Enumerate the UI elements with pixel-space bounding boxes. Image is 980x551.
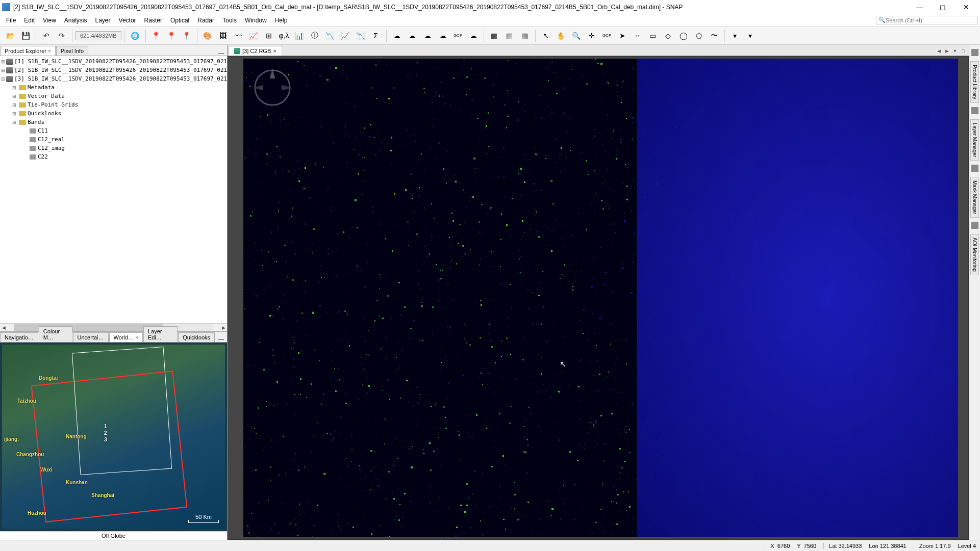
monitoring-icon[interactable] [971,222,978,229]
cloud4-icon[interactable]: ☁ [436,29,450,43]
expand-icon[interactable]: ⊞ [11,102,17,108]
menu-window[interactable]: Window [241,15,271,25]
maximize-icon[interactable]: □ [960,48,967,56]
scroll-right-icon[interactable]: ▶ [220,325,227,330]
ellipse-icon[interactable]: ◯ [676,29,691,43]
tree-band-c22[interactable]: C22 [1,152,226,161]
pan-icon[interactable]: ✋ [554,29,568,43]
polygon-icon[interactable]: ⬠ [692,29,706,43]
next-icon[interactable]: ▶ [943,48,950,56]
tree-product-2[interactable]: ⊞ [2] S1B_IW_SLC__1SDV_20190822T095426_2… [1,66,226,74]
pin-icon[interactable]: 📍 [149,29,163,43]
expand-icon[interactable]: ⊞ [11,111,17,116]
pointer-icon[interactable]: ↖ [539,29,553,43]
tab-quicklooks[interactable]: Quicklooks [178,332,215,342]
cloud1-icon[interactable]: ☁ [390,29,404,43]
tree-vector-data[interactable]: ⊞ Vector Data [1,92,226,100]
tree-band-c12-real[interactable]: C12_real [1,135,226,144]
world-view[interactable]: Dongtai Taizhou ijiang, Changzhou Wuxi N… [0,343,227,531]
close-icon[interactable]: × [273,48,276,54]
tree-tie-point[interactable]: ⊞ Tie-Point Grids [1,100,226,109]
pin2-icon[interactable]: 📍 [164,29,179,43]
menu-file[interactable]: File [2,15,20,25]
minimize-button[interactable]: — [908,0,931,14]
tree-band-c12-imag[interactable]: C12_imag [1,144,226,152]
tree-product-1[interactable]: ⊞ [1] S1B_IW_SLC__1SDV_20190822T095426_2… [1,57,226,66]
grid1-icon[interactable]: ▦ [487,29,501,43]
tab-layer-editing[interactable]: Layer Edi… [143,326,178,342]
polyline-icon[interactable]: 〜 [707,29,721,43]
tab-navigation[interactable]: Navigatio… [0,332,38,342]
image-view[interactable]: ↖ [228,56,969,540]
mask-icon[interactable] [971,165,978,172]
menu-raster[interactable]: Raster [140,15,166,25]
expand-icon[interactable]: ⊞ [11,85,17,90]
line-icon[interactable]: 📉 [354,29,368,43]
tab-layer-manager[interactable]: Layer Manager [970,119,979,161]
maximize-button[interactable]: ◻ [931,0,954,14]
collapse-icon[interactable]: ⊟ [1,76,5,82]
prev-icon[interactable]: ◀ [935,48,942,56]
tab-aoi-monitoring[interactable]: AOI Monitoring [970,234,979,275]
tree-product-3[interactable]: ⊟ [3] S1B_IW_SLC__1SDV_20190822T095426_2… [1,74,226,83]
sar-image[interactable]: ↖ [243,59,958,537]
tab-colour-manipulation[interactable]: Colour M… [39,326,72,342]
profile-icon[interactable]: 📈 [246,29,261,43]
close-icon[interactable]: × [48,48,51,54]
pin3-icon[interactable]: 📍 [180,29,194,43]
lambda-icon[interactable]: φ,λ [277,29,291,43]
redo-icon[interactable]: ↷ [55,29,69,43]
tab-product-explorer[interactable]: Product Explorer × [0,46,56,56]
tree-quicklooks[interactable]: ⊞ Quicklooks [1,109,226,118]
cloud2-icon[interactable]: ☁ [405,29,419,43]
menu-view[interactable]: View [39,15,60,25]
menu-optical[interactable]: Optical [166,15,193,25]
zoom-icon[interactable]: 🔍 [569,29,584,43]
expand-icon[interactable]: ⊞ [11,94,17,99]
world-map[interactable]: Dongtai Taizhou ijiang, Changzhou Wuxi N… [2,345,225,529]
menu-layer[interactable]: Layer [91,15,115,25]
dropdown2-icon[interactable]: ▾ [743,29,758,43]
expand-icon[interactable]: ⊞ [1,59,5,64]
dropdown-icon[interactable]: ▼ [951,48,959,56]
menu-radar[interactable]: Radar [193,15,218,25]
cloud5-icon[interactable]: ☁ [466,29,481,43]
tab-product-library[interactable]: Product Library [970,61,979,103]
save-icon[interactable]: 💾 [18,29,33,43]
menu-vector[interactable]: Vector [115,15,140,25]
scroll-left-icon[interactable]: ◀ [0,325,7,330]
chart-icon[interactable]: 📉 [323,29,337,43]
gcp2-icon[interactable]: GCP [600,29,614,43]
tab-uncertainty[interactable]: Uncertai… [73,332,109,342]
rect-icon[interactable]: ▭ [646,29,660,43]
close-icon[interactable]: × [135,335,138,340]
minimize-panel-icon[interactable]: — [215,49,227,56]
close-button[interactable]: ✕ [954,0,978,14]
info-icon[interactable]: ⓘ [308,29,322,43]
tree-band-c11[interactable]: C11 [1,126,226,135]
rotated-rect-icon[interactable]: ◇ [661,29,675,43]
expand-icon[interactable]: ⊞ [1,68,5,73]
histogram-icon[interactable]: 📊 [292,29,307,43]
palette-icon[interactable]: 🎨 [200,29,215,43]
memory-indicator[interactable]: 621.4/4832MB [76,31,121,40]
compass-icon[interactable] [249,65,295,111]
range-icon[interactable]: ↔ [631,29,645,43]
marker-icon[interactable]: ➤ [615,29,630,43]
tab-world-view[interactable]: World… × [109,332,143,342]
wave-icon[interactable]: 〰 [231,29,245,43]
tree-hscroll[interactable]: ◀ ▶ [0,323,227,331]
product-tree[interactable]: ⊞ [1] S1B_IW_SLC__1SDV_20190822T095426_2… [0,56,227,323]
menu-tools[interactable]: Tools [218,15,241,25]
collapse-icon[interactable]: ⊟ [11,120,17,125]
overview-icon[interactable]: 🖼 [216,29,230,43]
menu-help[interactable]: Help [271,15,292,25]
cloud3-icon[interactable]: ☁ [420,29,435,43]
grid3-icon[interactable]: ▦ [518,29,532,43]
doc-tab-c2-rgb[interactable]: [3] C2 RGB × [229,46,282,56]
tree-metadata[interactable]: ⊞ Metadata [1,83,226,92]
scroll-thumb[interactable] [14,324,163,331]
open-icon[interactable]: 📂 [3,29,17,43]
scatter-icon[interactable]: ⊞ [262,29,276,43]
library-icon[interactable] [971,49,978,56]
